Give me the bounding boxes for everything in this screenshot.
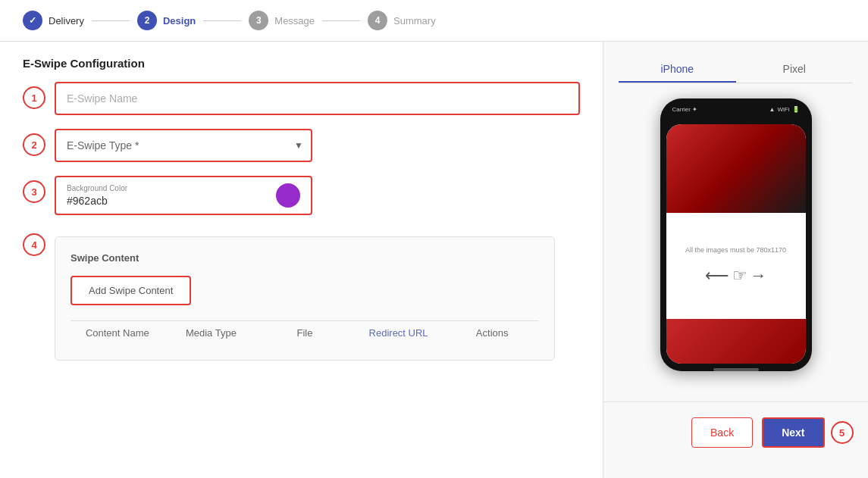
color-label: Background Color	[67, 184, 127, 192]
phone-bottom-area	[666, 319, 806, 364]
step-message[interactable]: 3 Message	[249, 11, 315, 30]
device-tabs: iPhone Pixel	[619, 57, 853, 83]
right-arrow-icon: →	[750, 266, 767, 286]
step-num-3: 3	[23, 180, 45, 203]
phone-outer: Carrier ✦ ▲WiFi🔋 All the images must be …	[660, 98, 812, 371]
field-content-1	[55, 82, 580, 115]
color-picker-box[interactable]: Background Color #962acb	[55, 176, 312, 215]
phone-home-bar	[713, 368, 759, 371]
color-value: #962acb	[67, 195, 108, 207]
carrier-label: Carrier ✦	[672, 106, 698, 113]
col-content-name: Content Name	[71, 327, 165, 339]
swipe-content-title: Swipe Content	[71, 252, 539, 264]
swipe-content-box: Swipe Content Add Swipe Content Content …	[55, 236, 555, 361]
color-swatch[interactable]	[276, 183, 300, 208]
step-circle-2: 2	[137, 11, 157, 30]
tab-iphone[interactable]: iPhone	[619, 57, 736, 83]
step-design[interactable]: 2 Design	[137, 11, 196, 30]
field-row-3: 3 Background Color #962acb	[23, 176, 580, 215]
step-num-5: 5	[831, 421, 854, 444]
next-row: Next 5	[762, 417, 853, 448]
step-circle-4: 4	[368, 11, 387, 30]
table-header: Content Name Media Type File Redirect UR…	[71, 320, 539, 345]
step-delivery[interactable]: ✓ Delivery	[23, 11, 84, 30]
col-media-type: Media Type	[165, 327, 259, 339]
left-arrow-icon: ⟵	[705, 266, 729, 286]
back-button[interactable]: Back	[691, 417, 753, 448]
field-row-1: 1	[23, 82, 580, 115]
step-label-2: Design	[163, 15, 196, 27]
field-content-3: Background Color #962acb	[55, 176, 580, 215]
phone-middle-area: All the images must be 780x1170 ⟵ ☞ →	[666, 213, 806, 319]
field-row-2: 2 E-Swipe Type * ▼	[23, 129, 580, 162]
step-connector-3	[322, 20, 360, 21]
step-connector-1	[92, 20, 130, 21]
left-panel: E-Swipe Configuration 1 2 E-Swipe Type *…	[0, 42, 603, 478]
step-label-3: Message	[274, 15, 315, 27]
step-num-2: 2	[23, 133, 45, 156]
step-num-4: 4	[23, 233, 45, 256]
color-info: Background Color #962acb	[67, 184, 127, 208]
phone-top-area	[666, 124, 806, 213]
col-actions: Actions	[445, 327, 539, 339]
main-content: E-Swipe Configuration 1 2 E-Swipe Type *…	[0, 42, 868, 478]
eswipe-type-wrapper: E-Swipe Type * ▼	[55, 129, 312, 162]
step-label-1: Delivery	[49, 15, 84, 27]
section-title: E-Swipe Configuration	[23, 57, 580, 70]
step-label-4: Summary	[393, 15, 436, 27]
step-summary[interactable]: 4 Summary	[368, 11, 436, 30]
step-num-1: 1	[23, 86, 45, 109]
step-circle-3: 3	[249, 11, 268, 30]
bottom-bar: Back Next 5	[603, 401, 869, 463]
col-redirect-url: Redirect URL	[352, 327, 446, 339]
field-content-2: E-Swipe Type * ▼	[55, 129, 580, 162]
phone-mockup: Carrier ✦ ▲WiFi🔋 All the images must be …	[660, 98, 812, 371]
eswipe-type-select[interactable]: E-Swipe Type *	[55, 129, 312, 162]
tab-pixel[interactable]: Pixel	[736, 57, 854, 83]
stepper: ✓ Delivery 2 Design 3 Message 4 Summary	[0, 0, 868, 42]
hand-icon: ☞	[732, 266, 747, 286]
add-swipe-content-button[interactable]: Add Swipe Content	[71, 276, 191, 305]
field-row-4: 4 Swipe Content Add Swipe Content Conten…	[23, 229, 580, 361]
signal-icons: ▲WiFi🔋	[769, 106, 800, 113]
step-circle-1: ✓	[23, 11, 42, 30]
step-connector-2	[203, 20, 241, 21]
next-button[interactable]: Next	[762, 417, 824, 448]
phone-screen: All the images must be 780x1170 ⟵ ☞ →	[666, 124, 806, 364]
col-file: File	[258, 327, 352, 339]
right-panel: iPhone Pixel Carrier ✦ ▲WiFi🔋	[603, 42, 868, 478]
phone-instruction-text: All the images must be 780x1170	[685, 246, 786, 254]
swipe-gesture-icon: ⟵ ☞ →	[705, 266, 767, 286]
eswipe-name-input[interactable]	[55, 82, 580, 115]
field-content-4: Swipe Content Add Swipe Content Content …	[55, 229, 580, 361]
